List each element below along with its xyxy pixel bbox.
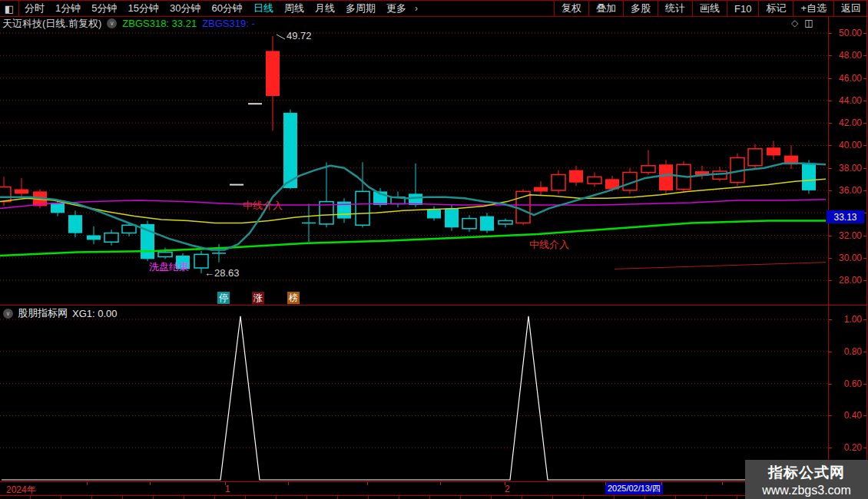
menu-item-日线[interactable]: 日线 bbox=[248, 1, 279, 16]
watermark: 指标公式网 www.zbgs3.com bbox=[745, 460, 868, 499]
window-right-border bbox=[866, 0, 867, 499]
axis-label: 40.00 bbox=[839, 140, 862, 150]
axis-label: 30.00 bbox=[839, 253, 862, 263]
axis-label: 32.00 bbox=[839, 230, 862, 241]
indicator-panel-header: ∨ 股朋指标网 XG1: 0.00 bbox=[3, 306, 118, 320]
top-menubar: ◧ 分时1分钟5分钟15分钟30分钟60分钟日线周线月线多周期更多› 复权叠加多… bbox=[0, 0, 868, 17]
menu-item-叠加[interactable]: 叠加 bbox=[588, 1, 623, 16]
menu-item-月线[interactable]: 月线 bbox=[310, 1, 340, 16]
menu-item-1分钟[interactable]: 1分钟 bbox=[50, 1, 86, 16]
menu-item-5分钟[interactable]: 5分钟 bbox=[86, 1, 122, 16]
chevron-down-icon[interactable]: ∨ bbox=[107, 18, 117, 28]
timeline-tick bbox=[505, 482, 505, 485]
indicator-panel-title[interactable]: 股朋指标网 bbox=[18, 306, 68, 320]
indicator-value-1: ZBGS318: 33.21 bbox=[122, 18, 197, 29]
menu-item-周线[interactable]: 周线 bbox=[279, 1, 310, 16]
axis-label: 46.00 bbox=[839, 73, 862, 84]
menu-item-分时[interactable]: 分时 bbox=[19, 1, 50, 16]
menu-item-更多[interactable]: 更多 bbox=[381, 1, 412, 16]
timeline-tick bbox=[150, 482, 151, 485]
badge-bang[interactable]: 榜 bbox=[287, 292, 300, 304]
menu-item-30分钟[interactable]: 30分钟 bbox=[164, 1, 206, 16]
axis-border-line bbox=[828, 17, 829, 495]
split-window-icon[interactable]: ◧ bbox=[0, 1, 19, 16]
menu-item-F10[interactable]: F10 bbox=[727, 1, 758, 16]
more-chevron-icon[interactable]: › bbox=[412, 3, 421, 14]
high-price-annotation: 49.72 bbox=[287, 30, 312, 41]
menu-item-多周期[interactable]: 多周期 bbox=[340, 1, 381, 16]
menu-item-+自选[interactable]: +自选 bbox=[793, 1, 833, 16]
axis-label: 0.80 bbox=[844, 346, 862, 357]
axis-label: 48.00 bbox=[839, 50, 862, 61]
period-menu: 分时1分钟5分钟15分钟30分钟60分钟日线周线月线多周期更多› bbox=[19, 1, 421, 16]
wash-end-annotation: 洗盘结束 bbox=[149, 260, 189, 274]
timeline-tick bbox=[722, 482, 723, 485]
axis-label: 0.20 bbox=[844, 442, 862, 453]
bottom-grid-strip bbox=[0, 496, 868, 499]
low-price-annotation: ←28.63 bbox=[204, 267, 240, 279]
chevron-glyph: ∨ bbox=[110, 20, 114, 27]
current-price-highlight: 33.13 bbox=[827, 210, 864, 223]
timeline-month-label: 2 bbox=[505, 484, 510, 494]
indicator-chevron-down-icon[interactable]: ∨ bbox=[3, 309, 13, 319]
axis-label: 42.00 bbox=[839, 117, 862, 128]
axis-label: 0.40 bbox=[844, 410, 862, 421]
timeline-tick bbox=[605, 482, 606, 485]
mid-entry-annotation-2: 中线介入 bbox=[529, 238, 569, 252]
indicator-value-2: ZBGS319: - bbox=[202, 18, 255, 29]
watermark-title: 指标公式网 bbox=[745, 463, 868, 483]
tools-menu: 复权叠加多股统计画线F10标记+自选返回 bbox=[554, 1, 868, 16]
menu-item-画线[interactable]: 画线 bbox=[692, 1, 727, 16]
diamond-icon[interactable]: ◇ bbox=[791, 18, 798, 28]
menu-item-15分钟[interactable]: 15分钟 bbox=[122, 1, 164, 16]
menu-item-返回[interactable]: 返回 bbox=[833, 1, 868, 16]
menu-item-统计[interactable]: 统计 bbox=[658, 1, 692, 16]
menu-item-复权[interactable]: 复权 bbox=[554, 1, 588, 16]
timeline-tick bbox=[367, 482, 368, 485]
axis-label: 44.00 bbox=[839, 95, 862, 106]
timeline-tick bbox=[288, 482, 289, 485]
mid-entry-annotation-1: 中线介入 bbox=[243, 199, 283, 213]
badge-zhang[interactable]: 涨 bbox=[252, 292, 264, 304]
menu-item-60分钟[interactable]: 60分钟 bbox=[206, 1, 247, 16]
timeline-year-label: 2024年 bbox=[6, 484, 36, 497]
timeline-tick bbox=[87, 482, 88, 485]
badge-ting[interactable]: 停 bbox=[217, 292, 230, 304]
menu-item-标记[interactable]: 标记 bbox=[758, 1, 793, 16]
axis-label: 38.00 bbox=[839, 163, 862, 173]
timeline-tick bbox=[440, 482, 441, 485]
stock-title[interactable]: 天迈科技(日线.前复权) bbox=[2, 17, 101, 31]
date-highlight: 2025/02/13/四 bbox=[605, 483, 663, 494]
chevron-glyph: ∨ bbox=[6, 310, 11, 317]
timeline-bar[interactable]: 2024年 2025/02/13/四 12 bbox=[0, 481, 868, 496]
indicator-axis: 1.000.800.600.400.20 bbox=[828, 306, 868, 481]
timeline-month-label: 1 bbox=[225, 484, 230, 494]
title-right-icons: ◇ ◫ bbox=[791, 18, 813, 28]
axis-label: 28.00 bbox=[839, 275, 862, 286]
axis-label: 0.60 bbox=[844, 378, 862, 389]
window-layout-icon[interactable]: ◫ bbox=[804, 18, 813, 28]
timeline-tick bbox=[661, 482, 662, 485]
timeline-tick bbox=[225, 482, 226, 485]
axis-label: 1.00 bbox=[844, 314, 862, 325]
axis-label: 36.00 bbox=[839, 185, 862, 196]
indicator-chart-canvas[interactable] bbox=[0, 306, 828, 481]
menu-item-多股[interactable]: 多股 bbox=[623, 1, 658, 16]
price-axis: 50.0048.0046.0044.0042.0040.0038.0036.00… bbox=[828, 17, 868, 305]
main-chart-canvas[interactable] bbox=[0, 17, 828, 306]
axis-label: 50.00 bbox=[839, 28, 862, 38]
watermark-url: www.zbgs3.com bbox=[745, 484, 868, 497]
tdx-app-window: ◧ 分时1分钟5分钟15分钟30分钟60分钟日线周线月线多周期更多› 复权叠加多… bbox=[0, 0, 868, 499]
indicator-panel-value: XG1: 0.00 bbox=[72, 308, 118, 319]
chart-title-bar: 天迈科技(日线.前复权) ∨ ZBGS318: 33.21 ZBGS319: - bbox=[2, 18, 255, 29]
split-window-glyph: ◧ bbox=[5, 3, 14, 15]
